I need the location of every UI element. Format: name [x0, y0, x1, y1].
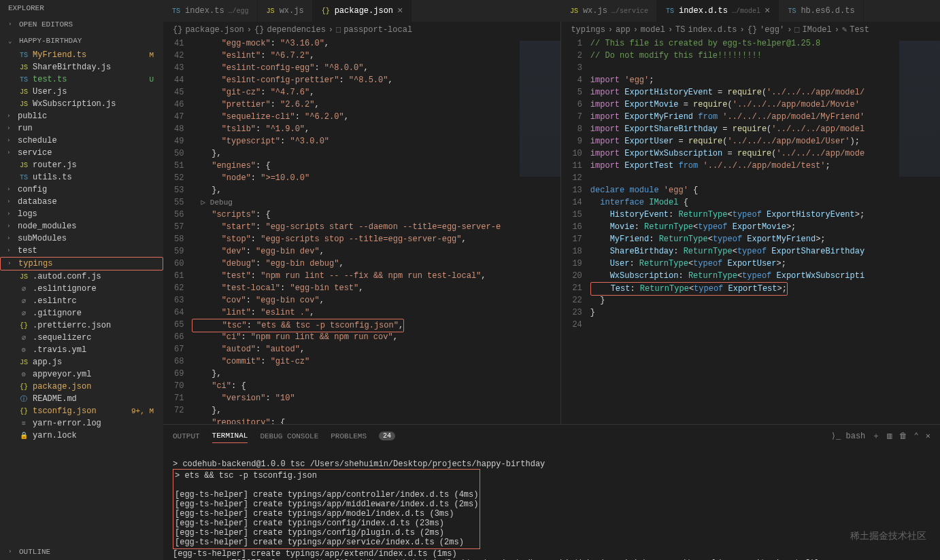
outline-header[interactable]: ›OUTLINE: [0, 544, 163, 560]
tree-item[interactable]: ›node_modules: [0, 220, 163, 232]
tab-row-left: TSindex.ts…/eggJSwx.js{}package.json×: [163, 0, 561, 22]
minimap-left[interactable]: [520, 41, 560, 177]
tree-item[interactable]: ›typings: [0, 257, 163, 270]
project-header[interactable]: ⌄HAPPY-BIRTHDAY: [0, 33, 163, 49]
tree-item[interactable]: ›service: [0, 147, 163, 159]
tree-item[interactable]: ›run: [0, 122, 163, 135]
tree-item[interactable]: ›database: [0, 196, 163, 208]
terminal-panel: OUTPUTTERMINALDEBUG CONSOLEPROBLEMS24 ⟩_…: [163, 424, 940, 560]
tree-item[interactable]: TSutils.ts: [0, 171, 163, 183]
tree-item[interactable]: ⌀.gitignore: [0, 307, 163, 319]
terminal-tab[interactable]: OUTPUT: [173, 430, 200, 443]
breadcrumb-right[interactable]: typings › app › model › TS index.d.ts › …: [561, 22, 940, 37]
tree-item[interactable]: {}tsconfig.json9+, M: [0, 405, 163, 417]
tree-item[interactable]: ⓘREADME.md: [0, 393, 163, 405]
editor-tab[interactable]: TSindex.ts…/egg: [163, 0, 258, 22]
editor-area: TSindex.ts…/eggJSwx.js{}package.json× JS…: [163, 0, 940, 560]
tree-item[interactable]: ›subModules: [0, 232, 163, 245]
tree-item[interactable]: ›schedule: [0, 135, 163, 147]
tree-item[interactable]: JSWxSubscription.js: [0, 98, 163, 110]
tree-item[interactable]: ≡yarn-error.log: [0, 417, 163, 430]
editor-pane-right: typings › app › model › TS index.d.ts › …: [560, 22, 940, 424]
tree-item[interactable]: JSrouter.js: [0, 159, 163, 171]
tree-item[interactable]: ⚙.travis.yml: [0, 344, 163, 356]
tree-item[interactable]: {}package.json: [0, 381, 163, 393]
editor-tab[interactable]: {}package.json×: [313, 0, 412, 22]
new-terminal-icon[interactable]: ＋: [872, 430, 880, 442]
editor-tab[interactable]: TShb.es6.d.ts: [779, 0, 863, 22]
code-left[interactable]: "egg-mock": "^3.16.0", "eslint": "^6.7.2…: [192, 37, 560, 424]
terminal-tab[interactable]: PROBLEMS: [331, 430, 367, 443]
trash-icon[interactable]: 🗑: [899, 431, 907, 441]
terminal-body[interactable]: > codehub-backend@1.0.0 tsc /Users/shehu…: [163, 447, 940, 560]
tree-item[interactable]: JSUser.js: [0, 86, 163, 98]
tree-item[interactable]: JSapp.js: [0, 356, 163, 368]
watermark: 稀土掘金技术社区: [850, 530, 926, 542]
gutter-right: 123456789101112131415161718192021222324: [561, 37, 590, 424]
editor-tab[interactable]: JSwx.js: [258, 0, 313, 22]
editor-tab[interactable]: JSwx.js…/service: [561, 0, 657, 22]
terminal-highlight-box: > ets && tsc -p tsconfig.json [egg-ts-he…: [173, 469, 480, 549]
tree-item[interactable]: ›logs: [0, 208, 163, 220]
tree-item[interactable]: ⌀.eslintignore: [0, 283, 163, 295]
tree-item[interactable]: ⚙appveyor.yml: [0, 368, 163, 381]
terminal-tab[interactable]: DEBUG CONSOLE: [260, 430, 318, 443]
tree-item[interactable]: ›test: [0, 245, 163, 257]
tree-item[interactable]: ›config: [0, 183, 163, 196]
sidebar: EXPLORER ›OPEN EDITORS ⌄HAPPY-BIRTHDAY T…: [0, 0, 163, 560]
editor-tab[interactable]: TSindex.d.ts…/model×: [657, 0, 779, 22]
split-terminal-icon[interactable]: ▥: [887, 431, 892, 441]
tree-item[interactable]: ›public: [0, 110, 163, 122]
terminal-actions: ⟩_ bash ＋ ▥ 🗑 ⌃ ✕: [831, 430, 930, 442]
tree-item[interactable]: JSShareBirthday.js: [0, 61, 163, 73]
tree-item[interactable]: JS.autod.conf.js: [0, 270, 163, 283]
terminal-tab[interactable]: TERMINAL: [212, 429, 248, 443]
tree-item[interactable]: {}.prettierrc.json: [0, 319, 163, 332]
minimap-right[interactable]: [899, 41, 940, 177]
tree-item[interactable]: ⌀.sequelizerc: [0, 332, 163, 344]
shell-selector[interactable]: ⟩_ bash: [831, 431, 865, 441]
tree-item[interactable]: TStest.tsU: [0, 73, 163, 86]
problems-count: 24: [379, 432, 395, 440]
open-editors-header[interactable]: ›OPEN EDITORS: [0, 16, 163, 33]
editor-pane-left: {} package.json › {} dependencies › ⬚ pa…: [163, 22, 560, 424]
file-tree[interactable]: TSMyFriend.tsMJSShareBirthday.jsTStest.t…: [0, 49, 163, 544]
close-icon[interactable]: ×: [765, 5, 770, 16]
tree-item[interactable]: TSMyFriend.tsM: [0, 49, 163, 61]
code-right[interactable]: // This file is created by egg-ts-helper…: [590, 37, 940, 424]
tree-item[interactable]: ⌀.eslintrc: [0, 295, 163, 307]
close-icon[interactable]: ×: [397, 5, 403, 16]
tab-row-right: JSwx.js…/serviceTSindex.d.ts…/model×TShb…: [561, 0, 940, 22]
explorer-header[interactable]: EXPLORER: [0, 0, 163, 16]
chevron-up-icon[interactable]: ⌃: [914, 431, 919, 441]
close-icon[interactable]: ✕: [926, 431, 930, 441]
terminal-tabs: OUTPUTTERMINALDEBUG CONSOLEPROBLEMS24 ⟩_…: [163, 425, 940, 447]
gutter-left: 41424344454647484950515253 5556575859606…: [163, 37, 192, 424]
breadcrumb-left[interactable]: {} package.json › {} dependencies › ⬚ pa…: [163, 22, 560, 37]
tree-item[interactable]: 🔒yarn.lock: [0, 430, 163, 442]
